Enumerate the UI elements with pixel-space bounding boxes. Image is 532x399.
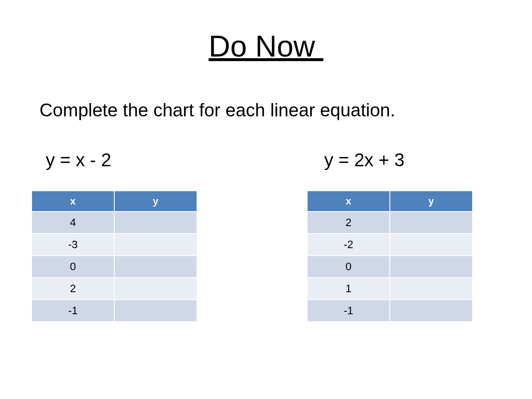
table-row: -1: [307, 300, 473, 322]
page-title: Do Now: [209, 29, 323, 63]
cell-x: -2: [307, 234, 390, 256]
cell-x: -1: [307, 300, 390, 322]
table-header-x: x: [307, 191, 390, 212]
cell-x: -1: [32, 300, 114, 322]
cell-y: [114, 256, 197, 278]
table-row: 0: [32, 256, 197, 278]
table-header-y: y: [390, 191, 473, 212]
equation-right: y = 2x + 3: [324, 150, 404, 170]
cell-y: [390, 278, 473, 300]
table-row: 2: [307, 212, 473, 234]
table-left: x y 4 -3 0 2 -1: [31, 190, 197, 322]
cell-x: 2: [32, 278, 114, 300]
cell-y: [390, 300, 473, 322]
table-row: 1: [307, 278, 473, 300]
cell-x: 0: [307, 256, 390, 278]
table-row: 4: [32, 212, 197, 234]
table-header-y: y: [114, 191, 197, 212]
cell-y: [114, 278, 197, 300]
cell-x: 0: [32, 256, 114, 278]
cell-y: [390, 256, 473, 278]
cell-x: 1: [307, 278, 390, 300]
table-row: 2: [32, 278, 197, 300]
table-row: -3: [32, 234, 197, 256]
cell-x: 4: [32, 212, 114, 234]
cell-y: [390, 234, 473, 256]
table-right: x y 2 -2 0 1 -1: [307, 190, 473, 322]
table-row: 0: [307, 256, 473, 278]
cell-y: [114, 234, 197, 256]
cell-x: 2: [307, 212, 390, 234]
cell-x: -3: [32, 234, 114, 256]
instruction-text: Complete the chart for each linear equat…: [39, 100, 395, 121]
table-row: -2: [307, 234, 473, 256]
cell-y: [114, 212, 197, 234]
table-row: -1: [32, 300, 197, 322]
cell-y: [390, 212, 473, 234]
cell-y: [114, 300, 197, 322]
table-left-container: x y 4 -3 0 2 -1: [31, 190, 197, 322]
table-header-x: x: [32, 191, 114, 212]
table-right-container: x y 2 -2 0 1 -1: [307, 190, 473, 322]
equation-left: y = x - 2: [46, 150, 111, 170]
